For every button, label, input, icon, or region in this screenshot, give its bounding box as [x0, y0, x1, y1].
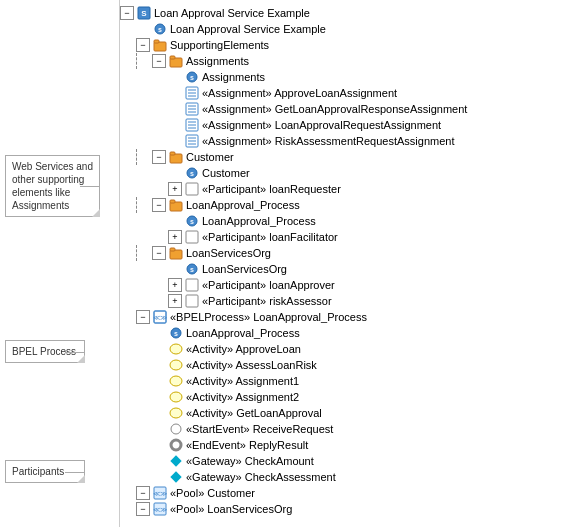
svg-rect-54 — [170, 455, 181, 466]
tree-node-assignment2[interactable]: «Activity» Assignment2 — [120, 389, 586, 405]
icon-customer-folder — [168, 149, 184, 165]
label-getloanapproval: «Activity» GetLoanApproval — [186, 407, 322, 419]
tree-node-loanapproval-folder[interactable]: − LoanApproval_Process — [120, 197, 586, 213]
label-customer-item: Customer — [202, 167, 250, 179]
tree-node-loanapproval-proc[interactable]: s LoanApproval_Process — [120, 325, 586, 341]
icon-riskassess — [184, 133, 200, 149]
tree-node-loanservices-item[interactable]: s LoanServicesOrg — [120, 261, 586, 277]
tree-node-assignments-folder[interactable]: − Assignments — [120, 53, 586, 69]
label-riskassessor: «Participant» riskAssessor — [202, 295, 332, 307]
label-loanapproval-item: LoanApproval_Process — [202, 215, 316, 227]
svg-text:≪≫: ≪≫ — [153, 506, 167, 513]
svg-rect-5 — [154, 40, 159, 43]
expander-loanservices[interactable]: − — [152, 246, 166, 260]
svg-point-53 — [171, 440, 181, 450]
tree-node-loanfacilitator[interactable]: + «Participant» loanFacilitator — [120, 229, 586, 245]
tree-node-receiverequest[interactable]: «StartEvent» ReceiveRequest — [120, 421, 586, 437]
icon-loanapproval-proc: s — [168, 325, 184, 341]
svg-rect-30 — [186, 183, 198, 195]
tree-node-riskassessor[interactable]: + «Participant» riskAssessor — [120, 293, 586, 309]
tree-node-root[interactable]: − S Loan Approval Service Example — [120, 5, 586, 21]
expander-loanfacilitator[interactable]: + — [168, 230, 182, 244]
icon-checkamount — [168, 453, 184, 469]
tree-node-pool-loanservices[interactable]: − ≪≫ «Pool» LoanServicesOrg — [120, 501, 586, 517]
expander-assignments[interactable]: − — [152, 54, 166, 68]
label-bpelprocess: «BPELProcess» LoanApproval_Process — [170, 311, 367, 323]
tree-panel[interactable]: − S Loan Approval Service Example s Loan… — [120, 0, 586, 527]
label-loanrequester: «Participant» loanRequester — [202, 183, 341, 195]
icon-assignments-folder — [168, 53, 184, 69]
svg-rect-35 — [186, 231, 198, 243]
label-loanfacilitator: «Participant» loanFacilitator — [202, 231, 338, 243]
label-assignments-folder: Assignments — [186, 55, 249, 67]
tree-node-bpelprocess[interactable]: − ≪≫ «BPELProcess» LoanApproval_Process — [120, 309, 586, 325]
label-customer-folder: Customer — [186, 151, 234, 163]
tree-node-assignments-item[interactable]: s Assignments — [120, 69, 586, 85]
expander-loanapprover[interactable]: + — [168, 278, 182, 292]
tree-node-replyresult[interactable]: «EndEvent» ReplyResult — [120, 437, 586, 453]
tree-node-approve[interactable]: «Assignment» ApproveLoanAssignment — [120, 85, 586, 101]
expander-loanrequester[interactable]: + — [168, 182, 182, 196]
svg-point-51 — [170, 408, 182, 418]
icon-assignments-item: s — [184, 69, 200, 85]
icon-approve — [184, 85, 200, 101]
label-loanservices-folder: LoanServicesOrg — [186, 247, 271, 259]
label-pool-customer: «Pool» Customer — [170, 487, 255, 499]
icon-customer-item: s — [184, 165, 200, 181]
icon-checkassessment — [168, 469, 184, 485]
icon-assignment1 — [168, 373, 184, 389]
icon-pool-loanservices: ≪≫ — [152, 501, 168, 517]
svg-rect-55 — [170, 471, 181, 482]
tree-node-riskassess[interactable]: «Assignment» RiskAssessmentRequestAssign… — [120, 133, 586, 149]
tree-node-pool-customer[interactable]: − ≪≫ «Pool» Customer — [120, 485, 586, 501]
icon-assessloanrisk — [168, 357, 184, 373]
icon-loanservices-folder — [168, 245, 184, 261]
expander-supporting[interactable]: − — [136, 38, 150, 52]
web-services-annotation: Web Services and other supporting elemen… — [5, 155, 100, 217]
expander-pool-customer[interactable]: − — [136, 486, 150, 500]
participants-annotation: Participants — [5, 460, 85, 483]
tree-node-customer-folder[interactable]: − Customer — [120, 149, 586, 165]
svg-text:s: s — [190, 266, 194, 273]
label-approve: «Assignment» ApproveLoanAssignment — [202, 87, 397, 99]
icon-root: S — [136, 5, 152, 21]
expander-pool-loanservices[interactable]: − — [136, 502, 150, 516]
tree-node-loanreq[interactable]: «Assignment» LoanApprovalRequestAssignme… — [120, 117, 586, 133]
label-replyresult: «EndEvent» ReplyResult — [186, 439, 308, 451]
tree-node-loanrequester[interactable]: + «Participant» loanRequester — [120, 181, 586, 197]
tree-node-loanapproval-item[interactable]: s LoanApproval_Process — [120, 213, 586, 229]
main-container: Web Services and other supporting elemen… — [0, 0, 586, 527]
tree-node-customer-item[interactable]: s Customer — [120, 165, 586, 181]
tree-node-loanservices-folder[interactable]: − LoanServicesOrg — [120, 245, 586, 261]
tree-node-approveloan[interactable]: «Activity» ApproveLoan — [120, 341, 586, 357]
expander-customer[interactable]: − — [152, 150, 166, 164]
svg-rect-7 — [170, 56, 175, 59]
svg-point-47 — [170, 344, 182, 354]
tree-node-checkassessment[interactable]: «Gateway» CheckAssessment — [120, 469, 586, 485]
tree-node-loan-svc[interactable]: s Loan Approval Service Example — [120, 21, 586, 37]
label-checkassessment: «Gateway» CheckAssessment — [186, 471, 336, 483]
expander-root[interactable]: − — [120, 6, 134, 20]
tree-node-supporting[interactable]: − SupportingElements — [120, 37, 586, 53]
icon-riskassessor — [184, 293, 200, 309]
svg-rect-40 — [186, 279, 198, 291]
icon-receiverequest — [168, 421, 184, 437]
expander-bpelprocess[interactable]: − — [136, 310, 150, 324]
tree-node-loanapprover[interactable]: + «Participant» loanApprover — [120, 277, 586, 293]
label-assignment2: «Activity» Assignment2 — [186, 391, 299, 403]
icon-loanservices-item: s — [184, 261, 200, 277]
label-pool-loanservices: «Pool» LoanServicesOrg — [170, 503, 292, 515]
svg-text:s: s — [190, 74, 194, 81]
tree-node-checkamount[interactable]: «Gateway» CheckAmount — [120, 453, 586, 469]
expander-riskassessor[interactable]: + — [168, 294, 182, 308]
expander-loanapproval[interactable]: − — [152, 198, 166, 212]
tree-node-getloanapproval[interactable]: «Activity» GetLoanApproval — [120, 405, 586, 421]
tree-node-getloan[interactable]: «Assignment» GetLoanApprovalResponseAssi… — [120, 101, 586, 117]
icon-loanrequester — [184, 181, 200, 197]
tree-node-assignment1[interactable]: «Activity» Assignment1 — [120, 373, 586, 389]
icon-bpelprocess: ≪≫ — [152, 309, 168, 325]
svg-text:≪≫: ≪≫ — [153, 490, 167, 497]
tree-node-assessloanrisk[interactable]: «Activity» AssessLoanRisk — [120, 357, 586, 373]
left-panel: Web Services and other supporting elemen… — [0, 0, 120, 527]
label-loanapproval-folder: LoanApproval_Process — [186, 199, 300, 211]
